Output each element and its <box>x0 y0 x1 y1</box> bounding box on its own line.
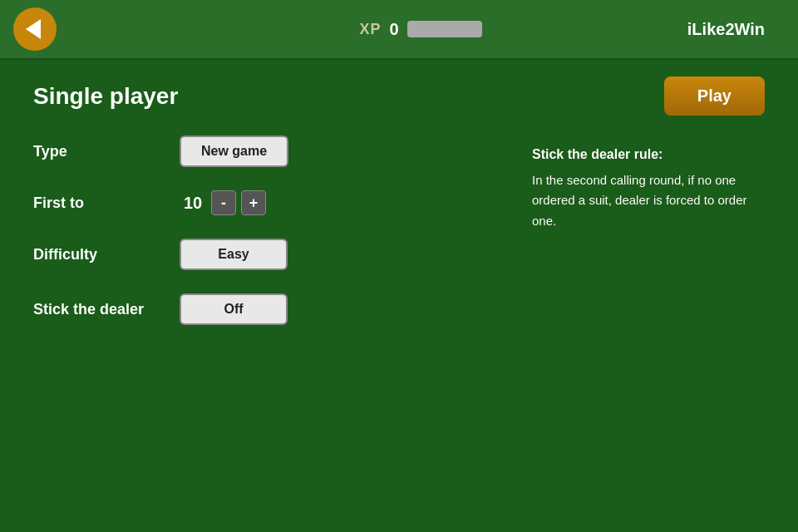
increment-button[interactable]: + <box>241 190 266 215</box>
xp-label: XP <box>359 21 381 38</box>
stick-dealer-control: Off <box>180 293 288 325</box>
first-to-value: 10 <box>180 194 206 213</box>
xp-value: 0 <box>389 20 398 39</box>
settings-left: Type New game First to 10 - + Difficulty… <box>33 135 499 348</box>
info-body: In the second calling round, if no one o… <box>532 170 765 232</box>
difficulty-button[interactable]: Easy <box>180 239 288 270</box>
info-title: Stick the dealer rule: <box>532 144 765 165</box>
username: iLike2Win <box>687 20 765 39</box>
play-button[interactable]: Play <box>664 76 765 116</box>
stick-dealer-button[interactable]: Off <box>180 293 288 325</box>
difficulty-label: Difficulty <box>33 246 166 264</box>
xp-section: XP 0 <box>359 20 481 39</box>
decrement-button[interactable]: - <box>211 190 236 215</box>
first-to-row: First to 10 - + <box>33 190 499 215</box>
stick-dealer-row: Stick the dealer Off <box>33 293 499 325</box>
xp-bar <box>407 21 482 37</box>
page-title: Single player <box>33 83 178 110</box>
type-button[interactable]: New game <box>180 135 288 167</box>
first-to-control: 10 - + <box>180 190 266 215</box>
info-panel: Stick the dealer rule: In the second cal… <box>532 135 765 348</box>
stick-dealer-label: Stick the dealer <box>33 301 166 318</box>
type-control: New game <box>180 135 288 167</box>
type-row: Type New game <box>33 135 499 167</box>
header: XP 0 iLike2Win <box>0 0 798 60</box>
difficulty-control: Easy <box>180 239 288 270</box>
back-button[interactable] <box>13 7 57 51</box>
settings-section: Type New game First to 10 - + Difficulty… <box>33 135 765 348</box>
main-content: Single player Play Type New game First t… <box>0 60 798 365</box>
first-to-label: First to <box>33 195 166 212</box>
difficulty-row: Difficulty Easy <box>33 239 499 270</box>
page-title-row: Single player Play <box>33 76 765 116</box>
type-label: Type <box>33 143 166 160</box>
